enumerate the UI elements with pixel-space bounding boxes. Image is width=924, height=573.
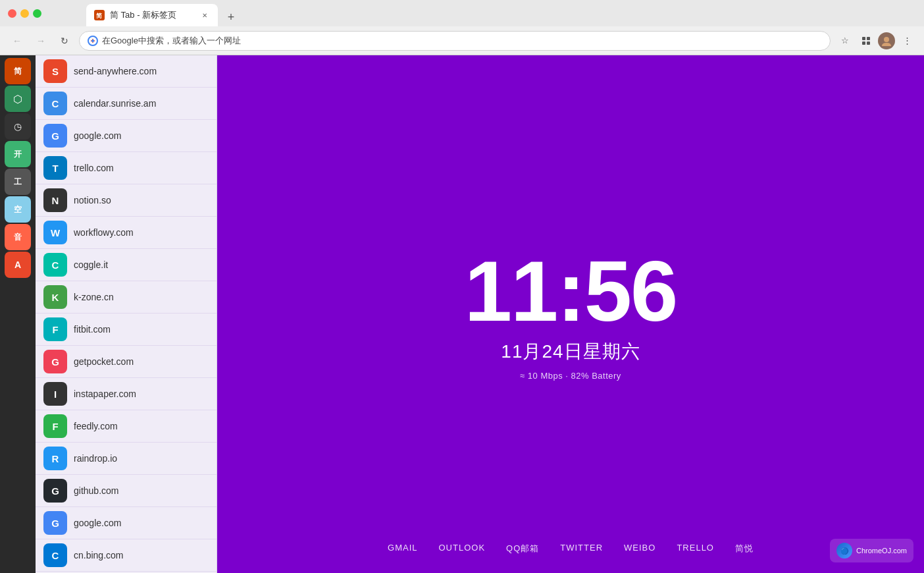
site-name: raindrop.io <box>74 453 117 464</box>
address-text: 在Google中搜索，或者输入一个网址 <box>102 35 241 47</box>
minimize-button[interactable] <box>20 9 29 18</box>
list-item[interactable]: C cn.bing.com <box>36 539 217 572</box>
site-favicon: S <box>43 59 67 83</box>
sidebar-icon-kong[interactable]: 空 <box>5 196 31 223</box>
svg-rect-5 <box>867 37 870 40</box>
close-button[interactable] <box>8 9 16 18</box>
site-name: notion.so <box>74 195 111 205</box>
list-item[interactable]: S send-anywhere.com <box>36 55 217 88</box>
toolbar: ← → ↻ 在Google中搜索，或者输入一个网址 ☆ <box>0 26 924 55</box>
menu-button[interactable]: ⋮ <box>898 32 916 50</box>
bottom-links: GMAIL OUTLOOK QQ邮箱 TWITTER WEIBO TRELLO … <box>388 543 754 555</box>
site-favicon: K <box>43 285 67 309</box>
active-tab[interactable]: 简 简 Tab - 新标签页 ✕ <box>86 4 218 26</box>
site-name: google.com <box>74 518 121 528</box>
site-favicon: T <box>43 156 67 180</box>
browser-chrome: 简 简 Tab - 新标签页 ✕ + ← → ↻ 在Google中搜索，或者输入… <box>0 0 924 55</box>
clock-display: 11:56 11月24日星期六 ≈ 10 Mbps · 82% Battery <box>465 248 677 381</box>
site-name: coggle.it <box>74 259 108 270</box>
site-name: github.com <box>74 485 118 496</box>
site-name: getpocket.com <box>74 356 134 367</box>
sidebar-icon-hex[interactable]: ⬡ <box>5 86 31 112</box>
sidebar-icon-jian[interactable]: 简 <box>5 58 31 84</box>
site-favicon: R <box>43 447 67 470</box>
site-name: k-zone.cn <box>74 292 114 302</box>
forward-button[interactable]: → <box>32 32 50 50</box>
site-name: workflowy.com <box>74 227 134 238</box>
site-name: cn.bing.com <box>74 550 123 560</box>
bottom-link-gmail[interactable]: GMAIL <box>388 543 417 555</box>
site-favicon: C <box>43 253 67 277</box>
svg-text:简: 简 <box>96 13 102 19</box>
site-favicon: C <box>43 92 67 115</box>
watermark: 🔵 ChromeOJ.com <box>830 539 913 562</box>
list-item[interactable]: C calendar.sunrise.am <box>36 88 217 120</box>
list-item[interactable]: R raindrop.io <box>36 443 217 475</box>
sidebar-icon-a[interactable]: A <box>5 252 31 278</box>
site-favicon: F <box>43 317 67 341</box>
tab-favicon: 简 <box>94 10 105 20</box>
site-favicon: I <box>43 382 67 406</box>
svg-rect-7 <box>867 41 870 45</box>
list-item[interactable]: G google.com <box>36 120 217 152</box>
tab-close-button[interactable]: ✕ <box>199 10 210 20</box>
sidebar-icon-kai[interactable]: 开 <box>5 141 31 167</box>
sidebar: 简 ⬡ ◷ 开 工 空 音 A S send-anywhere.com C ca… <box>0 55 217 573</box>
list-item[interactable]: I instapaper.com <box>36 378 217 410</box>
back-button[interactable]: ← <box>8 32 26 50</box>
list-item[interactable]: K k-zone.cn <box>36 281 217 314</box>
site-name: google.com <box>74 130 121 141</box>
list-item[interactable]: W workflowy.com <box>36 217 217 249</box>
list-item[interactable]: G github.com <box>36 475 217 507</box>
sidebar-icon-yin[interactable]: 音 <box>5 224 31 250</box>
list-item[interactable]: G google.com <box>36 507 217 539</box>
google-icon <box>88 36 98 46</box>
site-favicon: W <box>43 221 67 244</box>
bottom-link-jianyue[interactable]: 简悦 <box>735 543 754 555</box>
list-item[interactable]: G getpocket.com <box>36 346 217 378</box>
bottom-link-qqmail[interactable]: QQ邮箱 <box>506 543 539 555</box>
extensions-button[interactable] <box>857 32 875 50</box>
reload-button[interactable]: ↻ <box>55 32 74 50</box>
maximize-button[interactable] <box>33 9 41 18</box>
bottom-link-outlook[interactable]: OUTLOOK <box>438 543 485 555</box>
sidebar-icon-clock[interactable]: ◷ <box>5 113 31 140</box>
list-item[interactable]: T trello.com <box>36 152 217 184</box>
watermark-icon: 🔵 <box>836 543 852 559</box>
list-item[interactable]: C coggle.it <box>36 249 217 281</box>
site-list: S send-anywhere.com C calendar.sunrise.a… <box>36 55 217 573</box>
bottom-link-trello[interactable]: TRELLO <box>677 543 714 555</box>
list-item[interactable]: F fitbit.com <box>36 314 217 346</box>
site-favicon: G <box>43 350 67 373</box>
bottom-link-twitter[interactable]: TWITTER <box>560 543 603 555</box>
address-bar[interactable]: 在Google中搜索，或者输入一个网址 <box>79 31 831 51</box>
sidebar-icon-gong[interactable]: 工 <box>5 169 31 195</box>
site-favicon: G <box>43 124 67 148</box>
svg-point-3 <box>91 40 94 42</box>
watermark-text: ChromeOJ.com <box>856 547 907 555</box>
site-favicon: C <box>43 543 67 567</box>
site-favicon: G <box>43 479 67 503</box>
list-item[interactable]: F feedly.com <box>36 410 217 443</box>
site-name: feedly.com <box>74 421 118 431</box>
bookmark-button[interactable]: ☆ <box>836 32 854 50</box>
bottom-link-weibo[interactable]: WEIBO <box>624 543 655 555</box>
site-name: send-anywhere.com <box>74 66 157 76</box>
site-name: trello.com <box>74 163 114 173</box>
site-name: calendar.sunrise.am <box>74 98 156 109</box>
clock-date: 11月24日星期六 <box>465 339 677 364</box>
site-name: instapaper.com <box>74 389 136 399</box>
new-tab-button[interactable]: + <box>222 8 240 26</box>
site-favicon: G <box>43 511 67 535</box>
tab-title: 简 Tab - 新标签页 <box>110 9 176 21</box>
svg-rect-4 <box>862 37 865 40</box>
clock-time: 11:56 <box>465 248 677 334</box>
main-area: 11:56 11月24日星期六 ≈ 10 Mbps · 82% Battery … <box>217 55 924 573</box>
clock-status: ≈ 10 Mbps · 82% Battery <box>465 371 677 381</box>
list-item[interactable]: N notion.so <box>36 184 217 217</box>
toolbar-right: ☆ ⋮ <box>836 32 916 50</box>
title-bar: 简 简 Tab - 新标签页 ✕ + <box>0 0 924 26</box>
profile-avatar[interactable] <box>878 32 895 49</box>
main-content: 简 ⬡ ◷ 开 工 空 音 A S send-anywhere.com C ca… <box>0 55 924 573</box>
svg-point-8 <box>884 37 889 42</box>
